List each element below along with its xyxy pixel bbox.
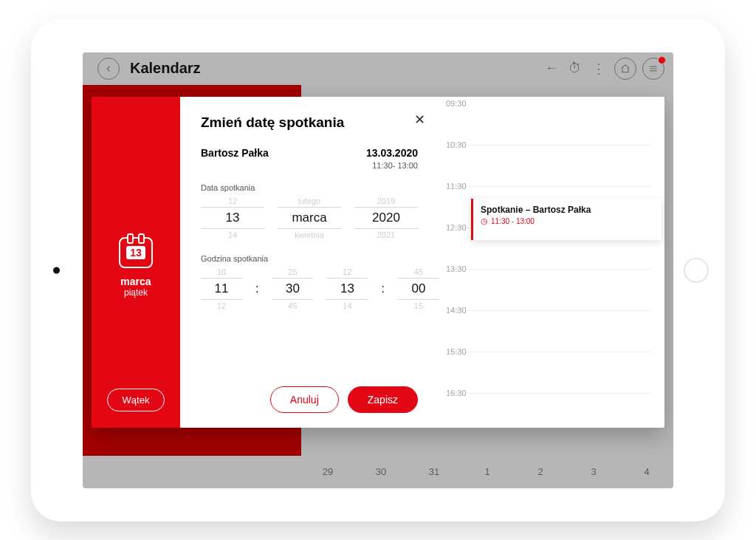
tablet-camera [53,267,60,273]
day-cell[interactable]: 3 [567,466,620,477]
calendar-icon: 13 [119,237,153,268]
back-icon[interactable] [97,58,120,80]
date-label: Data spotkania [201,183,418,192]
timer-icon[interactable]: ⏱ [566,61,585,76]
top-bar: Kalendarz ← ⏱ ⋮ [83,52,673,85]
time-slot: 13:30 [446,264,467,273]
meeting-time: 11:30- 13:00 [201,161,418,170]
sidebar-month: marca [120,276,151,287]
week-day-strip: 29 30 31 1 2 3 4 [301,456,673,488]
thread-button[interactable]: Wątek [107,389,165,411]
day-cell[interactable]: 4 [620,466,673,477]
close-icon[interactable]: ✕ [414,112,425,128]
time-picker[interactable]: 10 11 12 : 25 30 45 12 13 14 [201,266,418,312]
page-title: Kalendarz [130,60,201,77]
person-name: Bartosz Pałka [201,147,269,159]
nav-back-icon[interactable]: ← [542,61,561,76]
save-button[interactable]: Zapisz [348,386,418,413]
home-icon[interactable] [614,58,636,80]
modal-title: Zmień datę spotkania [201,115,418,131]
tablet-home-button[interactable] [684,258,709,283]
day-cell[interactable]: 29 [301,466,354,477]
event-title: Spotkanie – Bartosz Pałka [481,205,654,215]
app-screen: Kalendarz ← ⏱ ⋮ 13 marca [83,52,673,488]
agenda-panel: 09:30 10:30 11:30 12:30 13:30 14:30 15:3… [439,97,664,428]
meeting-date: 13.03.2020 [366,147,418,159]
form-panel: ✕ Zmień datę spotkania Bartosz Pałka 13.… [180,97,439,428]
time-slot: 09:30 [446,99,467,108]
date-picker[interactable]: 12 13 14 lutego marca kwietnia 2019 2020… [201,195,418,241]
day-cell[interactable]: 30 [354,466,408,477]
agenda-event[interactable]: Spotkanie – Bartosz Pałka 11:30 - 13:00 [471,199,662,240]
time-slot: 10:30 [446,140,467,149]
sidebar-day-number: 13 [126,246,145,259]
time-slot: 16:30 [446,389,467,397]
time-slot: 14:30 [446,306,467,315]
sidebar-dow: piątek [124,287,148,298]
date-sidebar: 13 marca piątek Wątek [92,97,180,428]
day-cell[interactable]: 31 [408,466,461,477]
cancel-button[interactable]: Anuluj [270,386,339,413]
time-slot: 12:30 [446,223,467,232]
day-cell[interactable]: 2 [514,466,567,477]
time-slot: 15:30 [446,347,467,356]
time-label: Godzina spotkania [201,254,418,263]
more-icon[interactable]: ⋮ [589,61,608,77]
menu-icon[interactable] [642,58,664,80]
notification-badge [658,56,666,64]
day-cell[interactable]: 1 [461,466,514,477]
edit-meeting-modal: 13 marca piątek Wątek ✕ Zmień datę spotk… [92,97,664,428]
tablet-frame: Kalendarz ← ⏱ ⋮ 13 marca [31,19,725,522]
event-time: 11:30 - 13:00 [481,216,654,226]
time-slot: 11:30 [446,182,467,191]
